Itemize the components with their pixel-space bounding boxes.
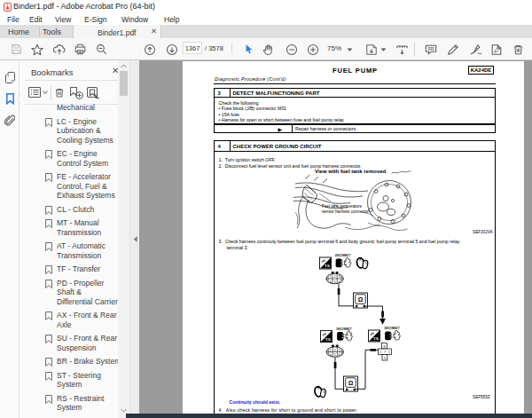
svg-text:Fuel tank temperature: Fuel tank temperature [322,204,362,209]
svg-text:sensor harness connector: sensor harness connector [322,209,369,214]
svg-text:1: 1 [388,351,390,354]
svg-text:2: 2 [379,351,381,354]
svg-text:5: 5 [383,357,385,360]
svg-text:7: 7 [384,351,386,354]
